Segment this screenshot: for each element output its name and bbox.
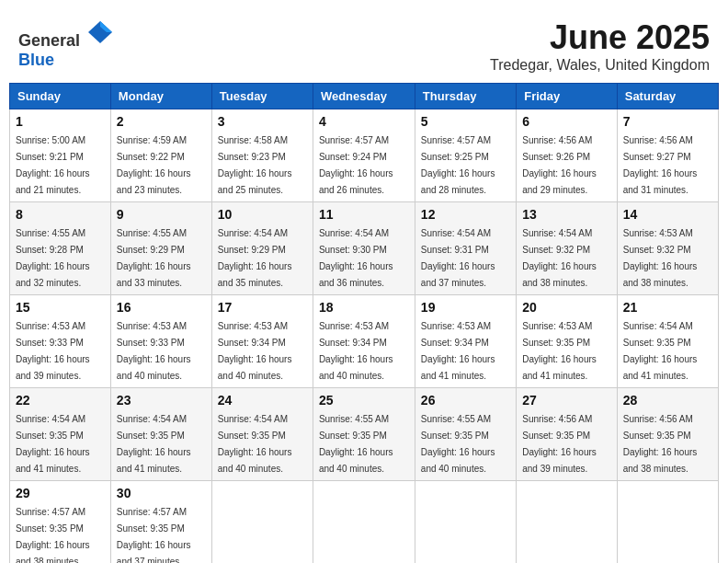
day-number: 7: [623, 114, 712, 129]
calendar-day-17: 17 Sunrise: 4:53 AMSunset: 9:34 PMDaylig…: [211, 295, 313, 388]
day-info: Sunrise: 4:54 AMSunset: 9:29 PMDaylight:…: [218, 228, 292, 288]
calendar-day-29: 29 Sunrise: 4:57 AMSunset: 9:35 PMDaylig…: [10, 481, 111, 564]
day-number: 2: [117, 114, 206, 129]
day-info: Sunrise: 4:53 AMSunset: 9:34 PMDaylight:…: [421, 321, 495, 381]
day-number: 27: [522, 393, 611, 408]
day-info: Sunrise: 4:54 AMSunset: 9:32 PMDaylight:…: [522, 228, 597, 288]
calendar-day-23: 23 Sunrise: 4:54 AMSunset: 9:35 PMDaylig…: [110, 388, 211, 481]
empty-cell: [415, 481, 516, 564]
day-info: Sunrise: 4:55 AMSunset: 9:28 PMDaylight:…: [16, 228, 90, 288]
day-number: 25: [319, 393, 409, 408]
calendar-week-3: 15 Sunrise: 4:53 AMSunset: 9:33 PMDaylig…: [10, 295, 719, 388]
calendar-day-3: 3 Sunrise: 4:58 AMSunset: 9:23 PMDayligh…: [211, 109, 313, 202]
calendar-day-24: 24 Sunrise: 4:54 AMSunset: 9:35 PMDaylig…: [211, 388, 313, 481]
calendar-day-26: 26 Sunrise: 4:55 AMSunset: 9:35 PMDaylig…: [415, 388, 516, 481]
calendar-header-row: SundayMondayTuesdayWednesdayThursdayFrid…: [10, 84, 719, 109]
day-number: 4: [319, 114, 409, 129]
calendar-week-2: 8 Sunrise: 4:55 AMSunset: 9:28 PMDayligh…: [10, 202, 719, 295]
day-number: 29: [16, 486, 105, 500]
day-number: 19: [421, 300, 510, 315]
calendar-day-10: 10 Sunrise: 4:54 AMSunset: 9:29 PMDaylig…: [211, 202, 313, 295]
calendar-day-13: 13 Sunrise: 4:54 AMSunset: 9:32 PMDaylig…: [517, 202, 618, 295]
logo-blue: Blue: [18, 51, 54, 69]
day-info: Sunrise: 4:54 AMSunset: 9:30 PMDaylight:…: [319, 228, 393, 288]
day-info: Sunrise: 4:57 AMSunset: 9:25 PMDaylight:…: [421, 135, 495, 195]
day-number: 13: [522, 207, 611, 222]
weekday-header-saturday: Saturday: [617, 84, 718, 109]
day-number: 24: [218, 393, 307, 408]
weekday-header-thursday: Thursday: [415, 84, 516, 109]
calendar-day-11: 11 Sunrise: 4:54 AMSunset: 9:30 PMDaylig…: [313, 202, 415, 295]
day-number: 8: [16, 207, 105, 222]
month-title: June 2025: [490, 18, 710, 57]
calendar-day-1: 1 Sunrise: 5:00 AMSunset: 9:21 PMDayligh…: [10, 109, 111, 202]
day-info: Sunrise: 4:53 AMSunset: 9:33 PMDaylight:…: [117, 321, 191, 381]
day-info: Sunrise: 4:53 AMSunset: 9:34 PMDaylight:…: [218, 321, 292, 381]
day-info: Sunrise: 4:54 AMSunset: 9:31 PMDaylight:…: [421, 228, 495, 288]
calendar-day-15: 15 Sunrise: 4:53 AMSunset: 9:33 PMDaylig…: [10, 295, 111, 388]
day-info: Sunrise: 4:54 AMSunset: 9:35 PMDaylight:…: [218, 414, 292, 474]
calendar-day-4: 4 Sunrise: 4:57 AMSunset: 9:24 PMDayligh…: [313, 109, 415, 202]
calendar-day-6: 6 Sunrise: 4:56 AMSunset: 9:26 PMDayligh…: [517, 109, 618, 202]
day-number: 20: [522, 300, 611, 315]
day-number: 30: [117, 486, 206, 500]
day-number: 5: [421, 114, 510, 129]
day-info: Sunrise: 4:55 AMSunset: 9:29 PMDaylight:…: [117, 228, 191, 288]
location-title: Tredegar, Wales, United Kingdom: [490, 57, 710, 74]
logo: General Blue: [18, 18, 114, 70]
day-info: Sunrise: 4:54 AMSunset: 9:35 PMDaylight:…: [623, 321, 698, 381]
day-info: Sunrise: 4:58 AMSunset: 9:23 PMDaylight:…: [218, 135, 292, 195]
day-info: Sunrise: 4:59 AMSunset: 9:22 PMDaylight:…: [117, 135, 191, 195]
calendar-day-27: 27 Sunrise: 4:56 AMSunset: 9:35 PMDaylig…: [517, 388, 618, 481]
day-number: 11: [319, 207, 409, 222]
calendar-day-20: 20 Sunrise: 4:53 AMSunset: 9:35 PMDaylig…: [517, 295, 618, 388]
calendar-day-16: 16 Sunrise: 4:53 AMSunset: 9:33 PMDaylig…: [110, 295, 211, 388]
calendar-day-28: 28 Sunrise: 4:56 AMSunset: 9:35 PMDaylig…: [617, 388, 718, 481]
logo-text: General Blue: [18, 18, 114, 70]
day-info: Sunrise: 4:57 AMSunset: 9:35 PMDaylight:…: [117, 507, 191, 563]
calendar-day-25: 25 Sunrise: 4:55 AMSunset: 9:35 PMDaylig…: [313, 388, 415, 481]
calendar-day-18: 18 Sunrise: 4:53 AMSunset: 9:34 PMDaylig…: [313, 295, 415, 388]
title-block: June 2025 Tredegar, Wales, United Kingdo…: [490, 18, 710, 74]
day-info: Sunrise: 4:53 AMSunset: 9:33 PMDaylight:…: [16, 321, 90, 381]
day-info: Sunrise: 5:00 AMSunset: 9:21 PMDaylight:…: [16, 135, 90, 195]
day-number: 16: [117, 300, 206, 315]
calendar-day-12: 12 Sunrise: 4:54 AMSunset: 9:31 PMDaylig…: [415, 202, 516, 295]
calendar-week-4: 22 Sunrise: 4:54 AMSunset: 9:35 PMDaylig…: [10, 388, 719, 481]
calendar-day-5: 5 Sunrise: 4:57 AMSunset: 9:25 PMDayligh…: [415, 109, 516, 202]
day-info: Sunrise: 4:56 AMSunset: 9:26 PMDaylight:…: [522, 135, 597, 195]
day-number: 23: [117, 393, 206, 408]
calendar-day-14: 14 Sunrise: 4:53 AMSunset: 9:32 PMDaylig…: [617, 202, 718, 295]
day-info: Sunrise: 4:56 AMSunset: 9:27 PMDaylight:…: [623, 135, 698, 195]
day-info: Sunrise: 4:53 AMSunset: 9:35 PMDaylight:…: [522, 321, 597, 381]
calendar-day-21: 21 Sunrise: 4:54 AMSunset: 9:35 PMDaylig…: [617, 295, 718, 388]
day-info: Sunrise: 4:55 AMSunset: 9:35 PMDaylight:…: [421, 414, 495, 474]
calendar-day-8: 8 Sunrise: 4:55 AMSunset: 9:28 PMDayligh…: [10, 202, 111, 295]
day-info: Sunrise: 4:57 AMSunset: 9:24 PMDaylight:…: [319, 135, 393, 195]
day-info: Sunrise: 4:56 AMSunset: 9:35 PMDaylight:…: [623, 414, 698, 474]
weekday-header-sunday: Sunday: [10, 84, 111, 109]
day-number: 21: [623, 300, 712, 315]
day-number: 17: [218, 300, 307, 315]
day-number: 6: [522, 114, 611, 129]
weekday-header-monday: Monday: [110, 84, 211, 109]
logo-general: General: [18, 31, 80, 50]
empty-cell: [517, 481, 618, 564]
calendar-week-1: 1 Sunrise: 5:00 AMSunset: 9:21 PMDayligh…: [10, 109, 719, 202]
day-number: 9: [117, 207, 206, 222]
day-info: Sunrise: 4:57 AMSunset: 9:35 PMDaylight:…: [16, 507, 90, 563]
day-number: 10: [218, 207, 307, 222]
empty-cell: [617, 481, 718, 564]
day-number: 12: [421, 207, 510, 222]
empty-cell: [313, 481, 415, 564]
day-info: Sunrise: 4:53 AMSunset: 9:34 PMDaylight:…: [319, 321, 393, 381]
day-number: 22: [16, 393, 105, 408]
day-number: 14: [623, 207, 712, 222]
calendar-day-30: 30 Sunrise: 4:57 AMSunset: 9:35 PMDaylig…: [110, 481, 211, 564]
day-number: 1: [16, 114, 105, 129]
calendar-day-19: 19 Sunrise: 4:53 AMSunset: 9:34 PMDaylig…: [415, 295, 516, 388]
day-info: Sunrise: 4:55 AMSunset: 9:35 PMDaylight:…: [319, 414, 393, 474]
calendar-day-2: 2 Sunrise: 4:59 AMSunset: 9:22 PMDayligh…: [110, 109, 211, 202]
weekday-header-friday: Friday: [517, 84, 618, 109]
calendar-day-9: 9 Sunrise: 4:55 AMSunset: 9:29 PMDayligh…: [110, 202, 211, 295]
